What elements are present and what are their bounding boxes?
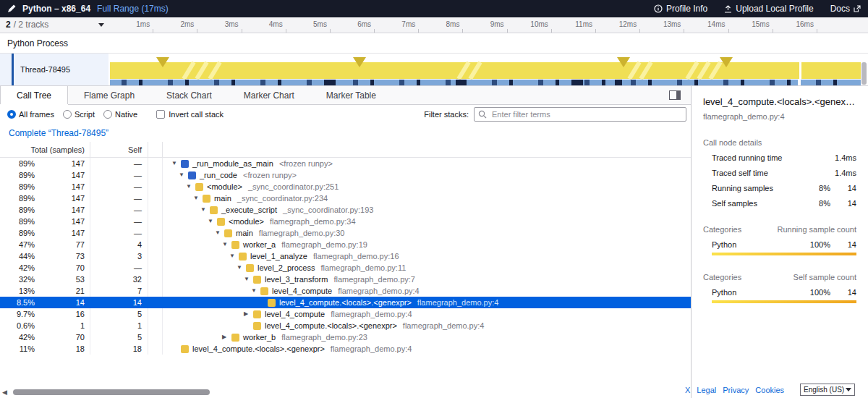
file-location: flamegraph_demo.py:4 [331, 343, 412, 355]
expander-open-icon[interactable]: ▼ [193, 192, 203, 204]
spacer-cell [148, 181, 163, 192]
call-tree-row[interactable]: 89%147—▼_execute_script_sync_coordinator… [0, 204, 691, 216]
expander-open-icon[interactable]: ▼ [186, 181, 195, 192]
call-tree-row[interactable]: 0.6%11level_4_compute.<locals>.<genexpr>… [0, 320, 691, 331]
scroll-left-arrow[interactable]: ◀ [2, 389, 7, 396]
search-icon [478, 110, 487, 119]
expander-open-icon[interactable]: ▼ [244, 274, 253, 285]
spacer-cell [148, 320, 163, 331]
expander-open-icon[interactable]: ▼ [208, 216, 217, 227]
call-tree-row[interactable]: 13%217▼level_4_computeflamegraph_demo.py… [0, 285, 691, 297]
call-tree-row[interactable]: 89%147—▼<module>flamegraph_demo.py:34 [0, 216, 691, 227]
expander-collapsed-icon[interactable]: ▶ [222, 331, 231, 343]
category-row: Python100%14 [703, 288, 856, 297]
expander-collapsed-icon[interactable]: ▶ [244, 308, 253, 320]
self-cell: 3 [90, 250, 148, 262]
call-tree-row[interactable]: 47%774▼worker_aflamegraph_demo.py:19 [0, 239, 691, 250]
tab-flame-graph[interactable]: Flame Graph [68, 86, 150, 104]
horizontal-scrollbar-thumb[interactable] [13, 389, 210, 395]
tree-cell: ▼level_2_processflamegraph_demo.py:11 [163, 262, 691, 274]
file-location: flamegraph_demo.py:19 [281, 239, 367, 250]
breadcrumb-row: Complete “Thread-78495” [0, 124, 691, 142]
function-name: <module> [207, 181, 242, 192]
docs-button[interactable]: Docs [830, 4, 861, 14]
thread-activity-graph[interactable] [109, 54, 868, 85]
total-samples-cell: 147 [35, 227, 90, 239]
call-tree-row[interactable]: 42%705▶worker_bflamegraph_demo.py:23 [0, 331, 691, 343]
spacer-cell [148, 169, 163, 181]
total-samples-cell: 77 [35, 239, 90, 250]
ruler-tick-label: 15ms [736, 20, 770, 28]
category-row: Python100%14 [703, 240, 856, 249]
call-tree-row[interactable]: 89%147—▼mainflamegraph_demo.py:30 [0, 227, 691, 239]
ruler-tick-mark [462, 29, 463, 33]
expander-open-icon[interactable]: ▼ [237, 262, 246, 274]
tab-marker-chart[interactable]: Marker Chart [228, 86, 310, 104]
call-tree-row-selected[interactable]: 8.5%1414level_4_compute.<locals>.<genexp… [0, 297, 691, 308]
file-location: <frozen runpy> [279, 158, 333, 169]
process-track-header[interactable]: Python Process [0, 33, 868, 54]
call-tree-row[interactable]: 9.7%165▶level_4_computeflamegraph_demo.p… [0, 308, 691, 320]
total-percent-cell: 89% [0, 227, 35, 239]
tree-cell: ▼_execute_script_sync_coordinator.py:193 [163, 204, 691, 216]
expander-open-icon[interactable]: ▼ [222, 239, 231, 250]
full-range-link[interactable]: Full Range (17ms) [97, 4, 169, 14]
breadcrumb[interactable]: Complete “Thread-78495” [9, 128, 109, 138]
call-tree-row[interactable]: 89%147—▼_run_code<frozen runpy> [0, 169, 691, 181]
tab-marker-table[interactable]: Marker Table [310, 86, 392, 104]
radio-icon[interactable] [103, 110, 112, 119]
upload-profile-button[interactable]: Upload Local Profile [724, 4, 813, 14]
self-cell: — [90, 169, 148, 181]
expander-open-icon[interactable]: ▼ [171, 158, 181, 169]
total-percent-cell: 89% [0, 181, 35, 192]
function-name: <module> [229, 216, 264, 227]
expander-open-icon[interactable]: ▼ [229, 250, 239, 262]
tracks-dropdown[interactable]: 2 / 2 tracks [6, 20, 104, 30]
total-samples-cell: 14 [35, 297, 90, 308]
call-tree-row[interactable]: 32%5332▼level_3_transformflamegraph_demo… [0, 274, 691, 285]
invert-call-stack-checkbox[interactable] [156, 110, 165, 119]
tab-call-tree[interactable]: Call Tree [0, 86, 68, 104]
function-name: _execute_script [221, 204, 277, 216]
invert-call-stack-label[interactable]: Invert call stack [169, 110, 224, 119]
filter-stacks-input[interactable] [474, 107, 686, 122]
expander-open-icon[interactable]: ▼ [200, 204, 210, 216]
file-location: _sync_coordinator.py:251 [248, 181, 339, 192]
footer-link-privacy[interactable]: Privacy [723, 386, 749, 394]
total-samples-cell: 53 [35, 274, 90, 285]
call-tree-row[interactable]: 42%70—▼level_2_processflamegraph_demo.py… [0, 262, 691, 274]
detail-percent: 8% [796, 199, 830, 208]
language-select[interactable]: English (US) [800, 384, 855, 396]
profile-info-button[interactable]: Profile Info [654, 4, 707, 14]
footer-link-cookies[interactable]: Cookies [755, 386, 784, 394]
call-tree-row[interactable]: 44%733▼level_1_analyzeflamegraph_demo.py… [0, 250, 691, 262]
ruler-tick-label: 12ms [603, 20, 637, 28]
self-cell: 18 [90, 343, 148, 355]
tree-cell: ▼level_1_analyzeflamegraph_demo.py:16 [163, 250, 691, 262]
thread-track: Thread-78495 [0, 54, 868, 86]
spacer-cell [148, 158, 163, 169]
call-tree-row[interactable]: 89%147—▼main_sync_coordinator.py:234 [0, 192, 691, 204]
call-tree-row[interactable]: 89%147—▼_run_module_as_main<frozen runpy… [0, 158, 691, 169]
self-header: Self [90, 142, 148, 157]
call-tree-row[interactable]: 11%1818level_4_compute.<locals>.<genexpr… [0, 343, 691, 355]
main-panel: Call TreeFlame GraphStack ChartMarker Ch… [0, 86, 868, 398]
function-name: level_2_process [258, 262, 315, 274]
tracks-vertical-scrollbar[interactable] [861, 62, 867, 85]
radio-native[interactable]: Native [103, 110, 137, 119]
radio-script[interactable]: Script [63, 110, 95, 119]
sidebar-toggle-button[interactable] [669, 86, 681, 104]
docs-label: Docs [830, 4, 850, 14]
radio-icon[interactable] [63, 110, 72, 119]
expander-open-icon[interactable]: ▼ [215, 227, 224, 239]
tab-stack-chart[interactable]: Stack Chart [150, 86, 228, 104]
expander-open-icon[interactable]: ▼ [251, 285, 260, 297]
radio-all-frames[interactable]: All frames [7, 110, 54, 119]
radio-icon[interactable] [7, 110, 16, 119]
footer-link-legal[interactable]: Legal [697, 386, 716, 394]
thread-track-label[interactable]: Thread-78495 [0, 54, 109, 85]
expander-open-icon[interactable]: ▼ [179, 169, 188, 181]
call-tree-row[interactable]: 89%147—▼<module>_sync_coordinator.py:251 [0, 181, 691, 192]
total-percent-cell: 42% [0, 331, 35, 343]
footer-link-x[interactable]: X [685, 386, 690, 394]
